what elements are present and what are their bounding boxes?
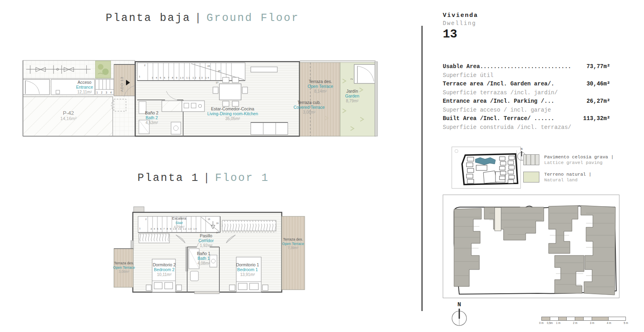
- stair-number: 2: [145, 218, 147, 220]
- room-name-en: Garden: [345, 93, 359, 98]
- stair-number: 1: [139, 227, 140, 230]
- scale-segment: [550, 317, 559, 320]
- compass-n-label: N: [451, 302, 468, 308]
- kitchen-counter: [162, 101, 204, 112]
- room-label-terrace-left: Terraza des. Open Terrace 3,08m²: [113, 261, 135, 274]
- room-name-es: Acceso: [76, 80, 93, 85]
- area-row-usable: Usable Area........................... 7…: [443, 62, 610, 71]
- gf-terraces: 2: [300, 61, 378, 136]
- area-label-es: Superficie terrazas /incl. jardín/: [443, 89, 610, 98]
- scale-segment: [559, 317, 567, 320]
- building-clusters: [454, 205, 615, 295]
- room-area: 10,11m²: [153, 272, 175, 277]
- room-area: 1,92m²: [198, 243, 214, 248]
- room-label-stair: Escalera Stair 4,79m²: [172, 216, 186, 229]
- scale-segment: [584, 317, 592, 320]
- scale-bar-labels: 0 m 0,5m 1 m 2 m 3 m 4 m 5 m: [541, 322, 626, 326]
- area-row-entrance: Entrance area /Incl. Parking /... 26,27m…: [443, 97, 610, 106]
- scale-label: 5 m: [624, 322, 628, 324]
- room-area: 35,05m²: [207, 116, 258, 121]
- garden-entry: 2: [350, 64, 376, 83]
- site-plan-drawing: [443, 195, 618, 297]
- entry-step-numbers: 1 2 3 4: [97, 91, 113, 94]
- plan-sheet: Planta baja|Ground Floor: [0, 0, 644, 332]
- floor1-plan: 2 1 3 4 5 6 7 8 9 10 11 12 13 14 15 16 1…: [111, 203, 308, 294]
- room-label-garden: Jardín Garden 8,79m²: [345, 89, 359, 104]
- area-label: Terrace area /Incl. Garden area/.: [443, 80, 554, 89]
- compass-icon: [451, 308, 468, 327]
- section-divider: [421, 26, 423, 311]
- room-name-en: Bath 1: [197, 256, 210, 261]
- scale-segment: [592, 317, 609, 320]
- room-area: 3,08m²: [293, 110, 324, 115]
- area-label-es: Superficie acceso / incl. garaje: [443, 106, 610, 115]
- planter-green: [95, 61, 111, 78]
- wall-stub-left: [131, 241, 134, 249]
- room-area: 4,53m²: [145, 120, 158, 125]
- area-row-terrace: Terrace area /Incl. Garden area/. 30,46m…: [443, 80, 610, 89]
- room-name-es: Baño 2: [145, 110, 158, 115]
- ground-floor-title: Planta baja|Ground Floor: [82, 12, 323, 24]
- room-name-es: Baño 1: [197, 251, 210, 256]
- room-name-es: Terraza des.: [282, 237, 304, 242]
- wardrobe-bedroom1: [222, 220, 276, 232]
- entry-steps: 1 2 3 4: [95, 79, 114, 95]
- room-name-en: Bedroom 1: [236, 267, 259, 272]
- area-unit: m²: [603, 81, 610, 87]
- legend-label-es: Pavimento celosía grava |: [544, 154, 614, 160]
- room-name-en: Living-Dining room-Kitchen: [207, 111, 258, 116]
- room-label-bedroom2: Dormitorio 2 Bedroom 2 10,11m²: [153, 262, 175, 277]
- stair-numbers-run: 3 4 5 6 7 8 9 10 11 12 13 14: [152, 77, 210, 79]
- site-plan: [443, 195, 619, 298]
- stair-number: 15: [208, 218, 210, 220]
- room-label-open-terrace: Terraza des. Open Terrace 8,14m²: [308, 79, 333, 94]
- scale-label: 4 m: [607, 322, 611, 324]
- room-name-en: Open Terrace: [113, 266, 135, 270]
- room-area: 13,91m²: [236, 272, 259, 277]
- room-name-en: Bath 2: [145, 115, 158, 120]
- room-label-bedroom1: Dormitorio 1 Bedroom 1 13,91m²: [236, 262, 259, 277]
- compass-n-label: N: [516, 147, 527, 151]
- room-name-en: Entrance: [76, 85, 93, 89]
- sideboard: [251, 67, 277, 72]
- room-area: 14,16m²: [60, 116, 76, 121]
- room-area: 8,79m²: [345, 99, 359, 104]
- room-area: 4,79m²: [172, 225, 186, 229]
- area-label-es: Superficie útil: [443, 71, 610, 80]
- ground-floor-title-en: Ground Floor: [206, 12, 299, 24]
- legend-item-natural: Terreno natural | Natural land: [523, 172, 624, 183]
- locator-map: [452, 147, 521, 189]
- door-tag-ado13: ADO 13: [120, 77, 124, 92]
- scale-label: 0,5m: [547, 322, 553, 324]
- sofa: [251, 122, 288, 135]
- room-name-es: P-42: [60, 110, 76, 116]
- areas-table: Usable Area........................... 7…: [443, 62, 610, 132]
- room-name-en: Bedroom 2: [153, 267, 175, 272]
- wardrobe-bedroom2: [139, 234, 169, 243]
- room-area: 3,08m²: [113, 270, 135, 274]
- room-name-es: Pasillo: [198, 233, 214, 238]
- legend-item-gravel: Pavimento celosía grava | Lattice gravel…: [523, 154, 624, 166]
- stair-number: 17: [216, 81, 219, 84]
- area-label: Entrance area /Incl. Parking /...: [443, 97, 554, 106]
- east-wall: [375, 62, 378, 136]
- room-area: 4,08m²: [197, 261, 210, 266]
- entry-room: [23, 79, 50, 95]
- scale-segment: [609, 317, 625, 320]
- room-label-corridor: Pasillo Corridor 1,92m²: [198, 233, 214, 248]
- room-area: 8,14m²: [308, 89, 333, 94]
- scale-label: 3 m: [590, 322, 594, 324]
- gravel-swatch-icon: [523, 154, 539, 165]
- room-label-bath2: Baño 2 Bath 2 4,53m²: [145, 110, 158, 125]
- dwelling-title-es: Vivienda: [443, 12, 478, 19]
- area-unit: m²: [603, 115, 610, 122]
- room-name-en: Corridor: [198, 238, 214, 243]
- room-name-en: Covered Terrace: [293, 105, 324, 110]
- area-value: 73,77: [586, 63, 603, 70]
- scale-bar: 0 m 0,5m 1 m 2 m 3 m 4 m 5 m: [541, 317, 626, 326]
- scale-bar-segments: [541, 317, 626, 321]
- scale-segment: [542, 317, 550, 320]
- scale-label: 2 m: [573, 322, 578, 324]
- garden-door-number: 2: [350, 78, 353, 80]
- room-label-acceso: Acceso Entrance 12,11m²: [76, 80, 93, 95]
